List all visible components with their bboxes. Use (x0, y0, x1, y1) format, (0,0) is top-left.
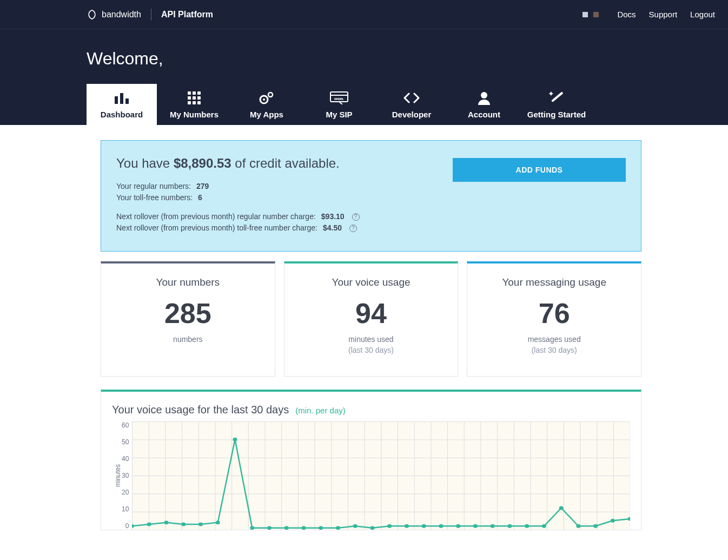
svg-point-20 (132, 524, 134, 528)
tab-label: My Apps (250, 110, 283, 119)
svg-point-29 (284, 526, 289, 530)
svg-point-25 (216, 521, 220, 524)
nav-support[interactable]: Support (649, 10, 678, 19)
svg-point-14 (268, 93, 273, 97)
main-tabs: Dashboard My Numbers My Apps www. My SIP (87, 84, 728, 125)
tab-label: Account (468, 110, 500, 119)
regular-numbers-label: Your regular numbers: (116, 181, 191, 192)
rollover-regular-label: Next rollover (from previous month) regu… (116, 211, 316, 222)
magic-wand-icon (548, 90, 565, 106)
credit-suffix: of credit available. (231, 156, 340, 170)
svg-text:www.: www. (334, 97, 344, 101)
svg-point-49 (628, 517, 630, 521)
svg-point-47 (593, 524, 598, 528)
status-indicators (583, 12, 599, 17)
svg-point-31 (319, 526, 323, 530)
chart-area: minutes 6050403020100 (112, 421, 630, 530)
svg-rect-4 (193, 91, 196, 95)
svg-rect-0 (115, 96, 118, 104)
tab-my-sip[interactable]: www. My SIP (304, 84, 374, 125)
chart-title: Your voice usage for the last 30 days (112, 404, 289, 416)
svg-point-35 (388, 524, 392, 528)
nav-docs[interactable]: Docs (617, 10, 636, 19)
credit-info: You have $8,890.53 of credit available. … (116, 156, 360, 234)
credit-panel: You have $8,890.53 of credit available. … (101, 140, 641, 252)
svg-point-21 (147, 523, 151, 526)
svg-point-27 (250, 526, 255, 530)
svg-rect-11 (197, 101, 201, 104)
svg-point-39 (456, 524, 461, 528)
svg-point-36 (405, 524, 409, 528)
card-sub: (last 30 days) (290, 346, 453, 354)
tollfree-numbers-value: 6 (198, 192, 202, 203)
svg-point-48 (611, 519, 615, 523)
svg-rect-2 (125, 98, 129, 104)
browser-www-icon: www. (330, 90, 348, 106)
tab-account[interactable]: Account (449, 84, 519, 125)
tab-my-numbers[interactable]: My Numbers (159, 84, 229, 125)
help-icon[interactable]: ? (352, 213, 360, 221)
bar-chart-icon (114, 90, 130, 106)
main-content: You have $8,890.53 of credit available. … (0, 125, 728, 552)
svg-point-37 (422, 524, 426, 528)
svg-point-43 (525, 524, 529, 528)
svg-rect-8 (197, 96, 201, 100)
card-voice-usage: Your voice usage 94 minutes used (last 3… (284, 261, 459, 377)
svg-point-26 (233, 438, 237, 442)
credit-available: You have $8,890.53 of credit available. (116, 156, 360, 171)
card-value: 94 (290, 299, 453, 327)
nav-logout[interactable]: Logout (690, 10, 715, 19)
svg-rect-9 (188, 101, 191, 104)
regular-numbers-value: 279 (196, 181, 209, 192)
rollover-tollfree-label: Next rollover (from previous month) toll… (116, 222, 317, 234)
tab-dashboard[interactable]: Dashboard (87, 84, 157, 125)
card-your-numbers: Your numbers 285 numbers (101, 261, 275, 377)
gears-icon (259, 90, 275, 106)
svg-rect-6 (188, 96, 191, 100)
chart-ytick: 10 (122, 505, 129, 513)
tab-label: Developer (392, 110, 432, 119)
tab-getting-started[interactable]: Getting Started (521, 84, 592, 125)
chart-ytick: 30 (122, 472, 129, 479)
chart-ytick: 20 (122, 489, 129, 496)
stat-cards: Your numbers 285 numbers Your voice usag… (101, 261, 641, 377)
svg-point-30 (302, 526, 306, 530)
tollfree-numbers-label: Your toll-free numbers: (116, 192, 193, 203)
help-icon[interactable]: ? (349, 225, 357, 232)
chart-ytick: 0 (122, 522, 129, 530)
brand-name: bandwidth (102, 10, 141, 19)
card-unit: messages used (473, 335, 636, 344)
card-value: 285 (107, 299, 269, 327)
hero: Welcome, Dashboard My Numbers My Apps ww… (0, 29, 728, 125)
brand-logo-icon (87, 9, 97, 20)
svg-point-28 (267, 526, 272, 530)
svg-point-22 (164, 521, 169, 524)
svg-point-32 (336, 526, 340, 530)
voice-usage-chart-panel: Your voice usage for the last 30 days (m… (101, 390, 641, 530)
tab-developer[interactable]: Developer (376, 84, 447, 125)
chart-ytick: 50 (122, 438, 129, 446)
svg-point-23 (182, 523, 186, 526)
add-funds-button[interactable]: ADD FUNDS (453, 158, 626, 182)
card-title: Your messaging usage (473, 276, 636, 288)
svg-point-34 (370, 526, 375, 530)
chart-yaxis: 6050403020100 (122, 421, 132, 530)
svg-point-46 (577, 524, 581, 528)
tab-my-apps[interactable]: My Apps (231, 84, 302, 125)
brand: bandwidth API Platform (87, 9, 213, 21)
svg-point-18 (481, 92, 487, 98)
rollover-regular-value: $93.10 (321, 211, 345, 222)
svg-point-40 (473, 524, 478, 528)
top-bar: bandwidth API Platform Docs Support Logo… (0, 0, 728, 29)
brand-platform: API Platform (161, 10, 213, 19)
svg-point-24 (198, 523, 203, 526)
svg-rect-5 (197, 91, 201, 95)
svg-point-41 (491, 524, 495, 528)
status-square-icon (593, 12, 599, 17)
svg-rect-3 (188, 91, 191, 95)
card-messaging-usage: Your messaging usage 76 messages used (l… (467, 261, 641, 377)
svg-rect-7 (193, 96, 196, 100)
code-icon (403, 90, 420, 106)
chart-ylabel: minutes (112, 421, 122, 530)
svg-point-38 (439, 524, 444, 528)
